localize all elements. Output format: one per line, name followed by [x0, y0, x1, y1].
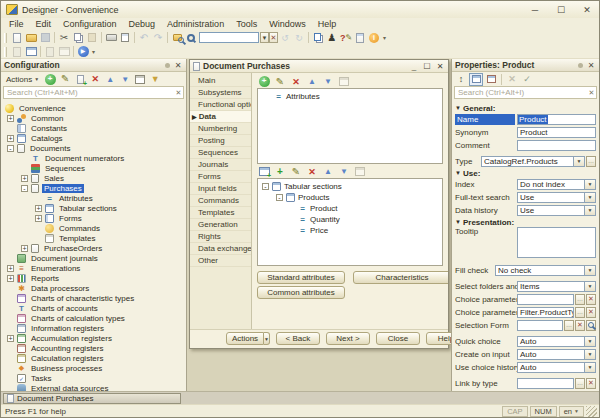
form-icon[interactable]: [24, 45, 38, 58]
delete-icon[interactable]: ✕: [289, 75, 303, 88]
linkbytype-clear-button[interactable]: ✕: [586, 378, 596, 389]
delete-icon[interactable]: ✕: [305, 165, 319, 178]
window-icon[interactable]: [133, 73, 147, 86]
tabular-sections-root-item[interactable]: -Tabular sections: [260, 181, 440, 192]
section-presentation[interactable]: ▼Presentation:: [455, 217, 596, 227]
tree-item-information-registers[interactable]: Information registers: [1, 323, 186, 333]
createoninput-label[interactable]: Create on input: [455, 350, 517, 359]
search-clear-icon[interactable]: ✕: [587, 89, 596, 97]
configuration-check-icon[interactable]: ♟: [325, 31, 339, 44]
zoom-icon[interactable]: [184, 31, 198, 44]
modules-icon[interactable]: [43, 45, 57, 58]
quantity-attribute-item[interactable]: Quantity: [260, 214, 440, 225]
expander-icon[interactable]: +: [7, 335, 14, 342]
expander-icon[interactable]: +: [35, 215, 42, 222]
table-document-icon[interactable]: [57, 45, 71, 58]
tooltip-label[interactable]: Tooltip: [455, 227, 517, 236]
section-general[interactable]: ▼General:: [455, 103, 596, 113]
edit-icon[interactable]: ✎: [289, 165, 303, 178]
delete-icon[interactable]: ✕: [88, 73, 102, 86]
tree-item-accounting-registers[interactable]: Accounting registers: [1, 343, 186, 353]
tree-item-reports[interactable]: +Reports: [1, 273, 186, 283]
index-label[interactable]: Index: [455, 180, 517, 189]
properties-search-input[interactable]: [455, 88, 587, 97]
tree-item-purchases[interactable]: -Purchases: [1, 183, 186, 193]
add-icon[interactable]: +: [257, 75, 271, 88]
tree-item-tabular-sections[interactable]: +Tabular sections: [1, 203, 186, 213]
move-up-icon[interactable]: ▲: [321, 165, 335, 178]
tree-item-enumerations[interactable]: +Enumerations: [1, 263, 186, 273]
actions-menu-button[interactable]: Actions▼: [3, 73, 42, 85]
tab-journals[interactable]: Journals: [190, 159, 251, 171]
choicelinks-field[interactable]: [517, 294, 574, 305]
toolbar-search-input[interactable]: [199, 32, 259, 43]
close-window-button[interactable]: Close: [376, 332, 420, 345]
choicehistory-combo[interactable]: Auto▼: [517, 362, 596, 373]
common-attributes-button[interactable]: Common attributes: [257, 286, 345, 299]
tab-data-exchange[interactable]: Data exchange: [190, 243, 251, 255]
tree-item-charts-of-calculation-types[interactable]: Charts of calculation types: [1, 313, 186, 323]
undo-icon[interactable]: ↶: [137, 31, 151, 44]
menu-edit[interactable]: Edit: [36, 19, 52, 29]
linkbytype-field[interactable]: [517, 378, 574, 389]
fillcheck-combo[interactable]: No check▼: [495, 265, 596, 276]
fulltext-dropdown-icon[interactable]: ▼: [584, 193, 595, 202]
fillcheck-dropdown-icon[interactable]: ▼: [584, 266, 595, 275]
linkbytype-more-button[interactable]: …: [575, 378, 585, 389]
quickchoice-combo[interactable]: Auto▼: [517, 336, 596, 347]
window-restore-icon[interactable]: ☐: [422, 62, 432, 71]
paste-icon[interactable]: [85, 31, 99, 44]
minimize-button[interactable]: ─: [528, 3, 542, 17]
window-icon[interactable]: [353, 165, 367, 178]
tab-subsystems[interactable]: Subsystems: [190, 87, 251, 99]
tree-item-catalogs[interactable]: +Catalogs: [1, 133, 186, 143]
index-dropdown-icon[interactable]: ▼: [584, 180, 595, 189]
synonym-label[interactable]: Synonym: [455, 128, 517, 137]
tab-posting[interactable]: Posting: [190, 135, 251, 147]
tree-item-charts-of-accounts[interactable]: Charts of accounts: [1, 303, 186, 313]
panel-close-icon[interactable]: ✕: [173, 61, 183, 70]
filter-icon[interactable]: ▼: [148, 73, 162, 86]
fulltext-label[interactable]: Full-text search: [455, 193, 517, 202]
edit-icon[interactable]: ✎: [273, 75, 287, 88]
expander-icon[interactable]: +: [35, 205, 42, 212]
tree-item-tasks[interactable]: Tasks: [1, 373, 186, 383]
tree-item-attributes[interactable]: Attributes: [1, 193, 186, 203]
new-icon[interactable]: [10, 31, 24, 44]
standard-attributes-button[interactable]: Standard attributes: [257, 271, 345, 284]
choiceparams-clear-button[interactable]: ✕: [586, 307, 596, 318]
name-field[interactable]: Product: [517, 114, 596, 125]
expander-icon[interactable]: +: [21, 175, 28, 182]
expander-icon[interactable]: +: [7, 135, 14, 142]
compare-configurations-icon[interactable]: [311, 31, 325, 44]
tab-data[interactable]: ▶Data: [190, 111, 251, 123]
tree-item-accumulation-registers[interactable]: +Accumulation registers: [1, 333, 186, 343]
menu-windows[interactable]: Windows: [269, 19, 306, 29]
tree-item-document-numerators[interactable]: Document numerators: [1, 153, 186, 163]
categories-icon[interactable]: [469, 73, 483, 86]
datahistory-dropdown-icon[interactable]: ▼: [584, 206, 595, 215]
window-close-icon[interactable]: ✕: [435, 62, 445, 71]
tree-item-sequences[interactable]: Sequences: [1, 163, 186, 173]
choiceparams-field[interactable]: Filter.ProductType(Product: [517, 307, 574, 318]
type-dropdown-icon[interactable]: ▼: [573, 157, 584, 166]
datahistory-combo[interactable]: Use▼: [517, 205, 596, 216]
choicelinks-label[interactable]: Choice parameter links: [455, 295, 517, 304]
find-icon[interactable]: [170, 31, 184, 44]
tree-item-calculation-registers[interactable]: Calculation registers: [1, 353, 186, 363]
characteristics-button[interactable]: Characteristics: [353, 271, 448, 284]
print-icon[interactable]: [104, 31, 118, 44]
tree-item-purchaseorders[interactable]: +PurchaseOrders: [1, 243, 186, 253]
tree-item-business-processes[interactable]: Business processes: [1, 363, 186, 373]
comment-field[interactable]: [517, 140, 596, 151]
createoninput-combo[interactable]: Auto▼: [517, 349, 596, 360]
edit-icon[interactable]: ✎: [58, 73, 72, 86]
syntax-check-icon[interactable]: ?✎: [339, 31, 353, 44]
menu-tools[interactable]: Tools: [236, 19, 257, 29]
section-use[interactable]: ▼Use:: [455, 168, 596, 178]
add-child-icon[interactable]: +: [73, 73, 87, 86]
choiceparams-label[interactable]: Choice parameters: [455, 308, 517, 317]
type-label[interactable]: Type: [455, 157, 481, 166]
actions-dropdown-icon[interactable]: ▼: [264, 332, 270, 345]
start-debugging-icon[interactable]: ▶: [76, 45, 90, 58]
